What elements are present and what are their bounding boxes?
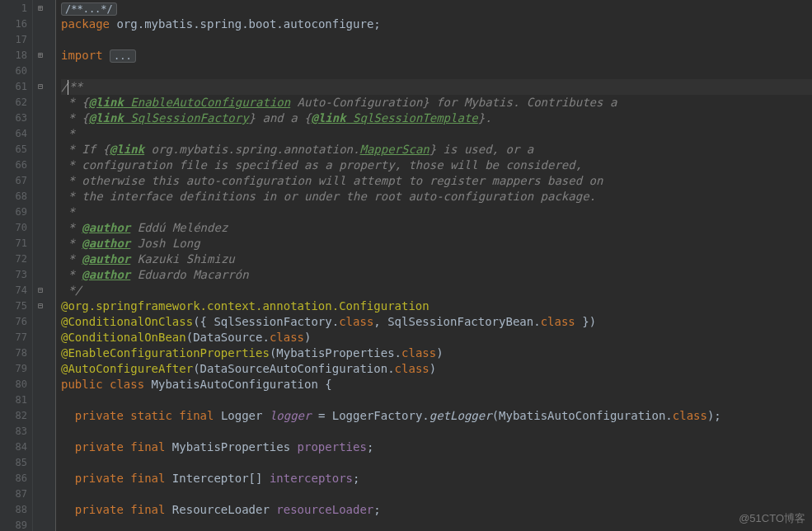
- code-line: private static final Logger logger = Log…: [61, 408, 812, 424]
- fold-toggle-icon[interactable]: ⊟: [38, 82, 43, 91]
- code-line: @AutoConfigureAfter(DataSourceAutoConfig…: [61, 361, 812, 377]
- line-number: 76: [0, 314, 32, 330]
- line-number: 16: [0, 16, 32, 32]
- line-number: 72: [0, 251, 32, 267]
- code-editor[interactable]: 1161718606162636465666768697071727374757…: [0, 0, 812, 531]
- line-number: 74: [0, 283, 32, 298]
- code-line: */: [61, 283, 812, 298]
- code-line: * the interface definitions in or under …: [61, 189, 812, 204]
- line-number: 70: [0, 220, 32, 236]
- code-line: @ConditionalOnClass({ SqlSessionFactory.…: [61, 314, 812, 330]
- line-number: 82: [0, 408, 32, 424]
- code-line: public class MybatisAutoConfiguration {: [61, 377, 812, 392]
- line-number: 1: [0, 1, 32, 16]
- line-number: 83: [0, 424, 32, 439]
- line-number: 88: [0, 502, 32, 518]
- code-line: @EnableConfigurationProperties(MybatisPr…: [61, 345, 812, 361]
- fold-toggle-icon[interactable]: ⊟: [38, 301, 43, 310]
- code-line: private final MybatisProperties properti…: [61, 439, 812, 455]
- code-line: * configuration file is specified as a p…: [61, 157, 812, 173]
- line-number: 86: [0, 471, 32, 486]
- line-number: 77: [0, 330, 32, 345]
- line-number: 67: [0, 173, 32, 189]
- folded-imports[interactable]: ...: [110, 49, 136, 63]
- line-number: 61: [0, 79, 32, 95]
- code-line: [61, 392, 812, 408]
- code-line: * If {@link org.mybatis.spring.annotatio…: [61, 142, 812, 157]
- code-line: private final ResourceLoader resourceLoa…: [61, 502, 812, 518]
- line-number: 65: [0, 142, 32, 157]
- code-line: * @author Eddú Meléndez: [61, 220, 812, 236]
- code-line-active: /**: [61, 79, 812, 95]
- code-line: [61, 63, 812, 79]
- line-number: 80: [0, 377, 32, 392]
- line-number: 64: [0, 126, 32, 142]
- code-line: * @author Kazuki Shimizu: [61, 251, 812, 267]
- line-number: 62: [0, 95, 32, 110]
- fold-toggle-icon[interactable]: ⊞: [38, 50, 43, 59]
- line-number: 78: [0, 345, 32, 361]
- code-line: /**...*/: [61, 1, 812, 16]
- fold-toggle-icon[interactable]: ⊟: [38, 285, 43, 294]
- line-number: 17: [0, 32, 32, 48]
- line-number: 71: [0, 236, 32, 251]
- code-line: @org.springframework.context.annotation.…: [61, 298, 812, 314]
- line-number: 89: [0, 518, 32, 531]
- code-line: * otherwise this auto-configuration will…: [61, 173, 812, 189]
- code-line: package org.mybatis.spring.boot.autoconf…: [61, 16, 812, 32]
- line-number: 63: [0, 110, 32, 126]
- code-line: [61, 32, 812, 48]
- code-line: * {@link SqlSessionFactory} and a {@link…: [61, 110, 812, 126]
- code-line: * {@link EnableAutoConfiguration Auto-Co…: [61, 95, 812, 110]
- code-line: *: [61, 204, 812, 220]
- code-line: @ConditionalOnBean(DataSource.class): [61, 330, 812, 345]
- code-content[interactable]: /**...*/ package org.mybatis.spring.boot…: [56, 0, 812, 531]
- line-number: 73: [0, 267, 32, 283]
- code-line: [61, 424, 812, 439]
- code-line: private final Interceptor[] interceptors…: [61, 471, 812, 486]
- code-line: [61, 455, 812, 471]
- line-number: 69: [0, 204, 32, 220]
- code-line: [61, 486, 812, 502]
- code-line: * @author Eduardo Macarrón: [61, 267, 812, 283]
- line-number: 79: [0, 361, 32, 377]
- line-number: 75: [0, 298, 32, 314]
- watermark-text: @51CTO博客: [739, 511, 805, 526]
- code-line: *: [61, 126, 812, 142]
- code-line: [61, 518, 812, 531]
- line-number: 87: [0, 486, 32, 502]
- folded-comment[interactable]: /**...*/: [61, 2, 117, 16]
- fold-toggle-icon[interactable]: ⊞: [38, 3, 43, 12]
- line-number: 66: [0, 157, 32, 173]
- fold-gutter[interactable]: ⊞⊞⊟⊟⊟: [33, 0, 56, 531]
- line-number-gutter: 1161718606162636465666768697071727374757…: [0, 0, 33, 531]
- code-line: * @author Josh Long: [61, 236, 812, 251]
- line-number: 60: [0, 63, 32, 79]
- line-number: 85: [0, 455, 32, 471]
- code-line: import ...: [61, 48, 812, 63]
- line-number: 81: [0, 392, 32, 408]
- line-number: 18: [0, 48, 32, 63]
- line-number: 68: [0, 189, 32, 204]
- line-number: 84: [0, 439, 32, 455]
